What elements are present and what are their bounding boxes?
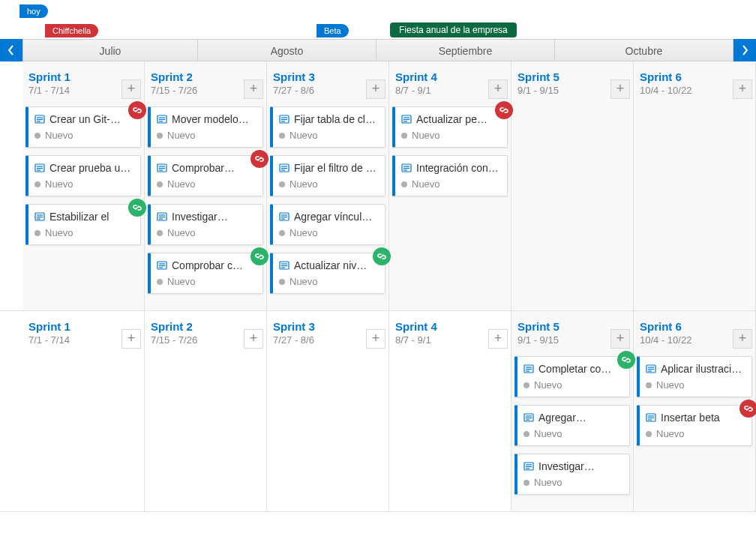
work-item-icon xyxy=(646,364,656,374)
work-item-card[interactable]: Agregar víncul…Nuevo xyxy=(270,204,386,245)
sprint-title: Sprint 3 xyxy=(273,320,366,333)
status-label: Nuevo xyxy=(45,227,74,238)
work-item-card[interactable]: Crear prueba u…Nuevo xyxy=(26,155,141,196)
add-card-button[interactable]: + xyxy=(244,329,263,349)
month-cell: Septiembre xyxy=(376,39,555,61)
marker-today: hoy xyxy=(20,4,48,18)
work-item-icon xyxy=(524,412,534,423)
status-dot-icon xyxy=(401,133,407,139)
work-item-card[interactable]: Agregar…Nuevo xyxy=(514,405,630,446)
work-item-icon xyxy=(157,163,167,173)
add-card-button[interactable]: + xyxy=(244,79,263,99)
work-item-card[interactable]: Completar co…Nuevo xyxy=(514,356,630,397)
sprint-title: Sprint 2 xyxy=(151,320,244,333)
board-gutter xyxy=(0,61,22,310)
scroll-right-button[interactable] xyxy=(734,39,756,61)
link-badge-icon[interactable] xyxy=(250,247,268,265)
timeline-markers: hoy Chiffchella Beta Fiesta anual de la … xyxy=(0,0,756,39)
card-title: Crear un Git-… xyxy=(50,113,121,125)
add-card-button[interactable]: + xyxy=(366,329,386,349)
work-item-icon xyxy=(157,114,167,124)
work-item-card[interactable]: Estabilizar elNuevo xyxy=(26,204,141,245)
month-cell: Octubre xyxy=(555,39,734,61)
link-badge-icon[interactable] xyxy=(128,199,146,217)
work-item-card[interactable]: Fijar tabla de cl…Nuevo xyxy=(270,106,386,148)
status-label: Nuevo xyxy=(45,130,74,141)
sprint-dates: 10/4 - 10/22 xyxy=(640,85,733,96)
card-title: Aplicar ilustraci… xyxy=(661,363,742,375)
month-cell: Agosto xyxy=(198,39,376,61)
work-item-card[interactable]: Mover modelo…Nuevo xyxy=(148,106,263,148)
status-dot-icon xyxy=(524,480,530,486)
work-item-card[interactable]: Aplicar ilustraci…Nuevo xyxy=(637,356,752,397)
sprint-lane[interactable]: Sprint 3 7/27 - 8/6 + Fijar tabla de cl…… xyxy=(267,61,389,310)
card-title: Crear prueba u… xyxy=(50,162,130,174)
board-team-2: Sprint 1 7/1 - 7/14 + Sprint 2 7/15 - 7/… xyxy=(0,311,756,512)
status-dot-icon xyxy=(646,431,652,437)
sprint-lane[interactable]: Sprint 1 7/1 - 7/14 + Crear un Git-…Nuev… xyxy=(22,61,145,310)
add-card-button[interactable]: + xyxy=(366,79,386,99)
add-card-button[interactable]: + xyxy=(488,329,508,349)
card-status: Nuevo xyxy=(34,227,133,238)
link-badge-icon[interactable] xyxy=(740,400,756,418)
card-title: Comprobar c… xyxy=(172,259,243,271)
add-card-button[interactable]: + xyxy=(122,329,141,349)
status-label: Nuevo xyxy=(534,379,562,391)
sprint-lane[interactable]: Sprint 1 7/1 - 7/14 + xyxy=(22,311,145,511)
work-item-card[interactable]: Actualizar niv…Nuevo xyxy=(270,253,386,294)
marker-chiffchella: Chiffchella xyxy=(45,24,98,37)
marker-fiesta: Fiesta anual de la empresa xyxy=(390,22,517,37)
sprint-title: Sprint 6 xyxy=(640,320,733,333)
sprint-dates: 8/7 - 9/1 xyxy=(395,85,488,96)
sprint-lane[interactable]: Sprint 4 8/7 - 9/1 + Actualizar pe…Nuevo… xyxy=(389,61,512,310)
link-badge-icon[interactable] xyxy=(373,247,391,265)
work-item-card[interactable]: Integración con…Nuevo xyxy=(392,155,508,196)
link-badge-icon[interactable] xyxy=(495,101,513,119)
sprint-lane[interactable]: Sprint 6 10/4 - 10/22 + xyxy=(634,61,756,310)
sprint-dates: 7/1 - 7/14 xyxy=(28,334,122,346)
work-item-card[interactable]: Insertar betaNuevo xyxy=(637,405,752,446)
card-status: Nuevo xyxy=(279,227,377,238)
scroll-left-button[interactable] xyxy=(0,39,22,61)
add-card-button[interactable]: + xyxy=(733,329,752,349)
add-card-button[interactable]: + xyxy=(610,79,630,99)
status-label: Nuevo xyxy=(45,178,74,190)
work-item-card[interactable]: Comprobar c…Nuevo xyxy=(148,253,263,294)
status-dot-icon xyxy=(157,133,163,139)
sprint-dates: 8/7 - 9/1 xyxy=(395,334,488,346)
work-item-card[interactable]: Actualizar pe…Nuevo xyxy=(392,106,508,148)
sprint-lane[interactable]: Sprint 5 9/1 - 9/15 + Completar co…Nuevo… xyxy=(512,311,634,511)
add-card-button[interactable]: + xyxy=(610,329,630,349)
card-status: Nuevo xyxy=(279,178,377,190)
status-dot-icon xyxy=(157,181,163,187)
work-item-card[interactable]: Fijar el filtro de …Nuevo xyxy=(270,155,386,196)
work-item-card[interactable]: Crear un Git-…Nuevo xyxy=(26,106,141,148)
chevron-right-icon xyxy=(741,45,748,55)
sprint-lane[interactable]: Sprint 3 7/27 - 8/6 + xyxy=(267,311,389,511)
work-item-card[interactable]: Investigar…Nuevo xyxy=(514,454,630,495)
status-dot-icon xyxy=(157,279,163,285)
board-team-1: Sprint 1 7/1 - 7/14 + Crear un Git-…Nuev… xyxy=(0,61,756,311)
card-title: Actualizar niv… xyxy=(294,259,367,271)
sprint-lane[interactable]: Sprint 4 8/7 - 9/1 + xyxy=(389,311,512,511)
add-card-button[interactable]: + xyxy=(488,79,508,99)
status-dot-icon xyxy=(279,230,285,236)
link-badge-icon[interactable] xyxy=(617,351,635,369)
status-dot-icon xyxy=(157,230,163,236)
link-badge-icon[interactable] xyxy=(128,101,146,119)
work-item-card[interactable]: Comprobar…Nuevo xyxy=(148,155,263,196)
sprint-lane[interactable]: Sprint 2 7/15 - 7/26 + xyxy=(145,311,267,511)
add-card-button[interactable]: + xyxy=(733,79,752,99)
status-label: Nuevo xyxy=(290,130,318,141)
add-card-button[interactable]: + xyxy=(122,79,141,99)
sprint-lane[interactable]: Sprint 2 7/15 - 7/26 + Mover modelo…Nuev… xyxy=(145,61,267,310)
status-dot-icon xyxy=(34,230,40,236)
sprint-lane[interactable]: Sprint 6 10/4 - 10/22 + Aplicar ilustrac… xyxy=(634,311,756,511)
status-label: Nuevo xyxy=(412,130,440,141)
sprint-lane[interactable]: Sprint 5 9/1 - 9/15 + xyxy=(512,61,634,310)
work-item-icon xyxy=(279,211,290,222)
link-badge-icon[interactable] xyxy=(250,150,268,168)
chevron-left-icon xyxy=(8,45,15,55)
work-item-card[interactable]: Investigar…Nuevo xyxy=(148,204,263,245)
status-label: Nuevo xyxy=(534,428,562,439)
